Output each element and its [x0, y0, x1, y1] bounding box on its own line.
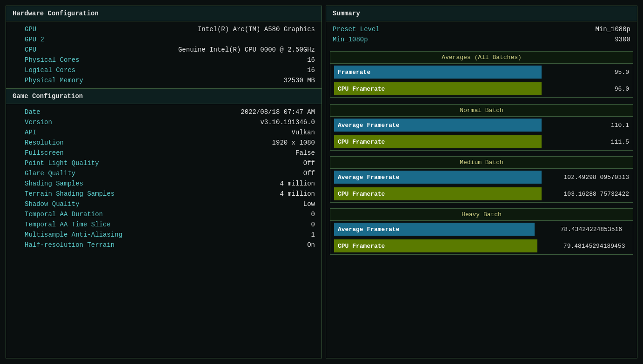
medium-cpu-bar-label: CPU Framerate — [334, 187, 388, 200]
shading-label: Shading Samples — [25, 180, 83, 187]
resolution-value: 1920 x 1080 — [272, 139, 315, 146]
physical-memory-value: 32530 MB — [284, 77, 315, 84]
api-row: API Vulkan — [6, 127, 322, 138]
game-header: Game Configuration — [6, 89, 322, 104]
half-res-terrain-value: On — [307, 241, 315, 249]
glare-label: Glare Quality — [25, 170, 75, 177]
app-container: Hardware Configuration GPU Intel(R) Arc(… — [0, 0, 643, 364]
resolution-label: Resolution — [25, 139, 64, 146]
temporal-aa-slice-row: Temporal AA Time Slice 0 — [6, 219, 322, 230]
normal-avg-bar-label: Average Framerate — [334, 119, 403, 132]
terrain-shading-label: Terrain Shading Samples — [25, 190, 114, 198]
heavy-batch-title: Heavy Batch — [462, 211, 502, 218]
half-res-terrain-row: Half-resolution Terrain On — [6, 240, 322, 250]
physical-memory-label: Physical Memory — [25, 77, 83, 84]
normal-avg-row: Average Framerate 110.1 — [330, 117, 633, 133]
gpu2-row: GPU 2 — [6, 34, 322, 45]
terrain-shading-row: Terrain Shading Samples 4 million — [6, 189, 322, 199]
heavy-batch-header: Heavy Batch — [330, 209, 633, 221]
normal-cpu-value: 111.5 — [545, 139, 629, 146]
avg-framerate-row: Framerate 95.0 — [330, 64, 633, 80]
averages-title: Averages (All Batches) — [442, 54, 522, 61]
api-label: API — [25, 129, 36, 136]
shadow-quality-row: Shadow Quality Low — [6, 199, 322, 209]
medium-batch-section: Medium Batch Average Framerate 102.49298… — [330, 156, 633, 203]
api-value: Vulkan — [292, 129, 315, 136]
averages-header: Averages (All Batches) — [330, 52, 633, 64]
heavy-batch-section: Heavy Batch Average Framerate 78.4342422… — [330, 208, 633, 255]
summary-header: Summary — [326, 6, 637, 21]
medium-batch-title: Medium Batch — [460, 159, 503, 166]
msaa-label: Multisample Anti-Aliasing — [25, 231, 122, 238]
avg-cpu-framerate-bar-label: CPU Framerate — [334, 82, 388, 95]
avg-cpu-framerate-row: CPU Framerate 96.0 — [330, 80, 633, 97]
medium-cpu-bar: CPU Framerate — [334, 187, 542, 200]
temporal-aa-slice-label: Temporal AA Time Slice — [25, 221, 111, 228]
min-1080p-row: Min_1080p 9300 — [333, 34, 630, 45]
heavy-avg-bar: Average Framerate — [334, 223, 535, 236]
heavy-avg-row: Average Framerate 78.43424224853516 — [330, 221, 633, 238]
temporal-aa-duration-row: Temporal AA Duration 0 — [6, 209, 322, 219]
gpu-row: GPU Intel(R) Arc(TM) A580 Graphics — [6, 24, 322, 34]
main-wrapper: Hardware Configuration GPU Intel(R) Arc(… — [6, 6, 637, 358]
physical-cores-row: Physical Cores 16 — [6, 55, 322, 65]
summary-title: Summary — [333, 10, 360, 17]
logical-cores-label: Logical Cores — [25, 66, 75, 74]
avg-framerate-value: 95.0 — [545, 69, 629, 76]
logical-cores-row: Logical Cores 16 — [6, 65, 322, 75]
heavy-avg-value: 78.43424224853516 — [538, 226, 622, 233]
date-label: Date — [25, 108, 40, 116]
preset-level-label: Preset Level — [333, 26, 380, 33]
gpu-label: GPU — [25, 26, 36, 33]
medium-avg-value: 102.49298 09570313 — [545, 174, 629, 181]
game-title: Game Configuration — [13, 93, 83, 100]
gpu-value: Intel(R) Arc(TM) A580 Graphics — [198, 26, 315, 33]
hardware-content: GPU Intel(R) Arc(TM) A580 Graphics GPU 2… — [6, 21, 322, 88]
physical-cores-value: 16 — [307, 56, 315, 64]
shadow-quality-value: Low — [303, 200, 315, 208]
medium-cpu-value: 103.16288 75732422 — [545, 191, 629, 198]
half-res-terrain-label: Half-resolution Terrain — [25, 241, 114, 249]
normal-avg-value: 110.1 — [545, 122, 629, 129]
shading-value: 4 million — [280, 180, 315, 187]
version-value: v3.10.191346.0 — [260, 119, 315, 126]
glare-value: Off — [303, 170, 315, 177]
date-value: 2022/08/18 07:47 AM — [241, 108, 315, 116]
summary-content: Preset Level Min_1080p Min_1080p 9300 — [326, 21, 637, 47]
game-section: Game Configuration Date 2022/08/18 07:47… — [6, 89, 322, 358]
medium-avg-row: Average Framerate 102.49298 09570313 — [330, 169, 633, 185]
point-light-row: Point Light Quality Off — [6, 158, 322, 168]
cpu-row: CPU Genuine Intel(R) CPU 0000 @ 2.50GHz — [6, 45, 322, 55]
preset-level-row: Preset Level Min_1080p — [333, 24, 630, 34]
avg-framerate-bar: Framerate — [334, 66, 542, 79]
gpu2-label: GPU 2 — [25, 36, 44, 43]
shadow-quality-label: Shadow Quality — [25, 200, 80, 208]
physical-memory-row: Physical Memory 32530 MB — [6, 75, 322, 86]
point-light-value: Off — [303, 159, 315, 167]
medium-avg-bar-label: Average Framerate — [334, 171, 403, 184]
fullscreen-value: False — [295, 149, 315, 157]
heavy-cpu-bar: CPU Framerate — [334, 239, 537, 252]
temporal-aa-duration-value: 0 — [311, 211, 315, 218]
hardware-title: Hardware Configuration — [13, 10, 99, 17]
medium-batch-header: Medium Batch — [330, 157, 633, 169]
averages-section: Averages (All Batches) Framerate 95.0 CP… — [330, 51, 633, 98]
medium-avg-bar: Average Framerate — [334, 171, 542, 184]
logical-cores-value: 16 — [307, 66, 315, 74]
preset-level-value: Min_1080p — [595, 26, 630, 33]
msaa-value: 1 — [311, 231, 315, 238]
hardware-section: Hardware Configuration GPU Intel(R) Arc(… — [6, 6, 322, 89]
normal-batch-title: Normal Batch — [460, 107, 503, 114]
physical-cores-label: Physical Cores — [25, 56, 80, 64]
left-panel: Hardware Configuration GPU Intel(R) Arc(… — [6, 6, 322, 358]
right-panel: Summary Preset Level Min_1080p Min_1080p… — [326, 6, 637, 358]
game-content: Date 2022/08/18 07:47 AM Version v3.10.1… — [6, 104, 322, 253]
date-row: Date 2022/08/18 07:47 AM — [6, 107, 322, 117]
temporal-aa-duration-label: Temporal AA Duration — [25, 211, 103, 218]
avg-cpu-framerate-value: 96.0 — [545, 86, 629, 93]
normal-cpu-row: CPU Framerate 111.5 — [330, 133, 633, 150]
version-label: Version — [25, 119, 52, 126]
temporal-aa-slice-value: 0 — [311, 221, 315, 228]
medium-cpu-row: CPU Framerate 103.16288 75732422 — [330, 185, 633, 202]
normal-avg-bar: Average Framerate — [334, 119, 542, 132]
